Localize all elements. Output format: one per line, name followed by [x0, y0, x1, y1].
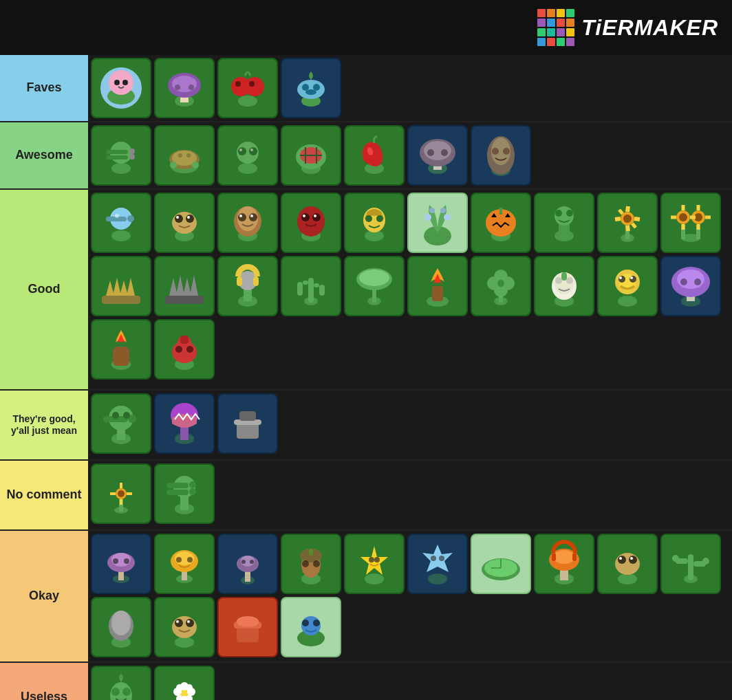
svg-point-175: [186, 346, 193, 353]
svg-point-102: [555, 210, 562, 217]
svg-point-83: [303, 215, 305, 217]
svg-point-227: [374, 557, 380, 562]
svg-marker-122: [176, 275, 184, 296]
plant-doom-shroom[interactable]: [407, 125, 468, 186]
svg-rect-133: [319, 285, 325, 296]
plant-torchwood[interactable]: [91, 319, 151, 380]
svg-point-222: [313, 560, 320, 567]
tier-label-okay: Okay: [0, 531, 88, 661]
svg-point-226: [369, 557, 374, 562]
plant-acorn[interactable]: [281, 534, 341, 594]
plant-repeater[interactable]: [154, 463, 215, 524]
plant-daisy[interactable]: [154, 666, 215, 700]
plant-spiky-spikeweed[interactable]: [91, 256, 151, 316]
svg-point-165: [677, 270, 704, 289]
plant-puff-shroom-2[interactable]: [217, 534, 278, 594]
tier-table: TiERMAKER Faves Awesome: [0, 0, 732, 700]
tiermaker-title: TiERMAKER: [581, 15, 718, 41]
svg-point-243: [629, 556, 637, 564]
plant-fume-mushroom[interactable]: [154, 58, 215, 118]
tier-row-faves: Faves: [0, 55, 732, 122]
svg-point-103: [566, 210, 573, 217]
svg-point-174: [175, 346, 182, 353]
plant-tangle-kelp[interactable]: [281, 597, 341, 657]
svg-point-258: [186, 619, 194, 627]
plant-squash[interactable]: [281, 58, 341, 118]
plant-bonk-choy[interactable]: [407, 256, 468, 316]
svg-point-5: [114, 80, 120, 85]
plant-cat-peashooter[interactable]: [91, 58, 151, 118]
plant-twin-sunflower[interactable]: [660, 193, 721, 253]
plant-sun-bean[interactable]: [597, 256, 658, 316]
plant-explode-o-nut[interactable]: [281, 193, 341, 253]
svg-point-55: [441, 149, 448, 156]
svg-point-78: [250, 215, 253, 217]
svg-point-228: [428, 573, 447, 584]
tier-content-okay: [88, 531, 732, 661]
plant-sunflower[interactable]: [597, 193, 658, 253]
plant-watermelon-pult[interactable]: [281, 125, 341, 186]
svg-point-27: [129, 149, 135, 154]
svg-rect-141: [432, 286, 443, 301]
svg-point-21: [313, 84, 320, 91]
svg-point-90: [424, 214, 431, 221]
plant-puff-shroom[interactable]: [91, 534, 151, 594]
tier-label-awesome: Awesome: [0, 122, 88, 188]
svg-marker-116: [106, 281, 114, 296]
plant-sun-shroom[interactable]: [154, 534, 215, 594]
plant-winter-melon[interactable]: [407, 534, 468, 594]
plant-spiky-spikeweed-2[interactable]: [154, 256, 215, 316]
svg-rect-120: [165, 296, 204, 304]
svg-point-6: [122, 80, 128, 85]
plant-flower-pot-red[interactable]: [217, 597, 278, 657]
plant-jack-o-lantern[interactable]: [471, 193, 531, 253]
svg-point-230: [431, 556, 436, 561]
svg-point-107: [623, 215, 632, 223]
svg-point-250: [672, 555, 679, 562]
plant-umbrella-leaf[interactable]: [344, 256, 405, 316]
plant-gloom-shroom[interactable]: [660, 256, 721, 316]
plant-wall-nut[interactable]: [217, 193, 278, 253]
svg-point-251: [702, 558, 709, 565]
svg-point-11: [175, 85, 180, 90]
svg-point-139: [359, 270, 389, 286]
svg-point-158: [618, 276, 625, 283]
plant-potato-mine[interactable]: [154, 193, 215, 253]
plant-chomper[interactable]: [154, 393, 215, 454]
plant-gatling-pea[interactable]: [91, 125, 151, 186]
plant-magnet-shroom[interactable]: [534, 534, 594, 594]
plant-pea-pod[interactable]: [91, 666, 151, 700]
plant-lily-pad[interactable]: [471, 534, 531, 594]
svg-point-67: [172, 212, 197, 234]
plant-cactus[interactable]: [281, 256, 341, 316]
svg-point-240: [618, 573, 637, 584]
svg-point-224: [365, 573, 384, 584]
plant-lily-valley[interactable]: [407, 193, 468, 253]
svg-point-68: [175, 215, 183, 223]
svg-rect-26: [106, 155, 128, 160]
plant-split-pea[interactable]: [217, 125, 278, 186]
plant-starfruit[interactable]: [344, 534, 405, 594]
plant-cherry-bomb[interactable]: [217, 58, 278, 118]
plant-sunflower-small[interactable]: [91, 463, 151, 524]
plant-tall-nut[interactable]: [471, 125, 531, 186]
svg-point-257: [175, 619, 183, 627]
svg-point-159: [629, 276, 636, 283]
plant-peashooter[interactable]: [91, 393, 151, 454]
plant-clover[interactable]: [471, 256, 531, 316]
plant-wine-jug[interactable]: [154, 319, 215, 380]
plant-potato-2[interactable]: [597, 534, 658, 594]
svg-point-32: [170, 162, 177, 168]
plant-flower-pot[interactable]: [217, 393, 278, 454]
plant-cactus-2[interactable]: [660, 534, 721, 594]
plant-grave-buster[interactable]: [91, 597, 151, 657]
plant-garlic[interactable]: [534, 256, 594, 316]
plant-potato-3[interactable]: [154, 597, 215, 657]
plant-spikeweed[interactable]: [154, 125, 215, 186]
plant-gold-magnet[interactable]: [217, 256, 278, 316]
plant-kernel-pult[interactable]: [344, 193, 405, 253]
plant-melon-pult[interactable]: [534, 193, 594, 253]
svg-rect-25: [106, 150, 128, 154]
plant-snow-pea[interactable]: [91, 193, 151, 253]
plant-jalapeno[interactable]: [344, 125, 405, 186]
